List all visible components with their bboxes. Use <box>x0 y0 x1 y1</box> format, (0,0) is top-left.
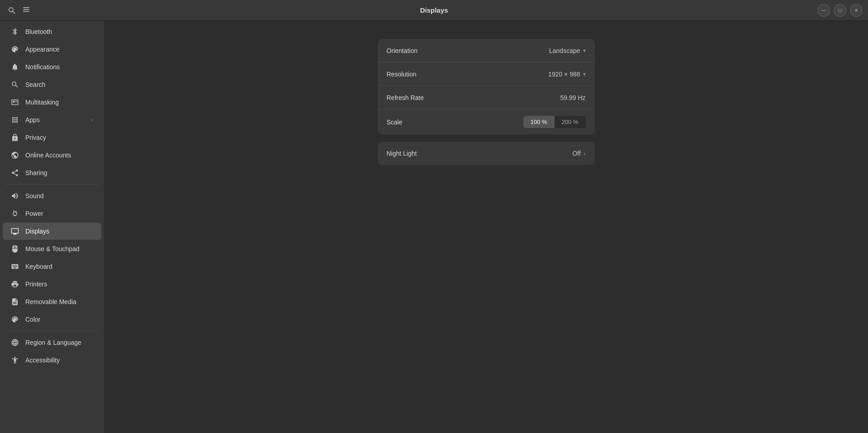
sidebar-item-displays[interactable]: Displays <box>3 223 101 240</box>
main-content: Bluetooth Appearance Notifications Searc… <box>0 21 868 433</box>
sidebar-label-printers: Printers <box>25 281 47 288</box>
sidebar-label-multitasking: Multitasking <box>25 99 59 106</box>
sidebar-item-notifications[interactable]: Notifications <box>3 58 101 76</box>
sidebar-label-notifications: Notifications <box>25 63 60 71</box>
sidebar-item-keyboard[interactable]: Keyboard <box>3 258 101 275</box>
region-icon <box>11 338 19 347</box>
sidebar-label-accessibility: Accessibility <box>25 357 60 364</box>
search-button[interactable] <box>5 4 18 17</box>
sidebar-divider-1 <box>5 184 99 185</box>
power-icon <box>11 209 19 218</box>
sidebar-item-color[interactable]: Color <box>3 311 101 328</box>
notifications-icon <box>11 63 19 71</box>
titlebar: Displays – □ × <box>0 0 868 21</box>
sidebar-label-appearance: Appearance <box>25 46 60 53</box>
accessibility-icon <box>11 356 19 364</box>
sidebar-label-power: Power <box>25 210 43 217</box>
scale-100-button[interactable]: 100 % <box>523 116 555 128</box>
refresh-rate-label: Refresh Rate <box>387 94 560 101</box>
orientation-row: Orientation Landscape ▾ <box>378 39 595 62</box>
sidebar-item-multitasking[interactable]: Multitasking <box>3 94 101 111</box>
orientation-value-container[interactable]: Landscape ▾ <box>549 47 586 54</box>
sidebar-item-online-accounts[interactable]: Online Accounts <box>3 147 101 164</box>
svg-rect-4 <box>23 11 29 12</box>
orientation-label: Orientation <box>387 47 549 54</box>
resolution-row: Resolution 1920 × 988 ▾ <box>378 62 595 86</box>
search-icon <box>11 81 19 89</box>
resolution-label: Resolution <box>387 71 549 78</box>
bluetooth-icon <box>11 28 19 36</box>
refresh-rate-value-container: 59.99 Hz <box>560 94 585 101</box>
close-button[interactable]: × <box>850 4 863 17</box>
scale-label: Scale <box>387 119 523 126</box>
sidebar-item-bluetooth[interactable]: Bluetooth <box>3 23 101 40</box>
night-light-row[interactable]: Night Light Off › <box>378 142 595 165</box>
resolution-value: 1920 × 988 <box>548 71 580 78</box>
night-light-chevron-icon: › <box>583 150 586 157</box>
orientation-value: Landscape <box>549 47 580 54</box>
sidebar-label-color: Color <box>25 316 40 323</box>
sidebar-label-sharing: Sharing <box>25 169 47 176</box>
displays-settings-panel: Orientation Landscape ▾ Resolution 1920 … <box>378 39 595 165</box>
sidebar-label-displays: Displays <box>25 228 49 235</box>
night-light-label: Night Light <box>387 150 573 157</box>
orientation-dropdown-arrow: ▾ <box>583 48 586 54</box>
scale-200-button[interactable]: 200 % <box>555 116 586 128</box>
sidebar-item-accessibility[interactable]: Accessibility <box>3 352 101 369</box>
mouse-icon <box>11 245 19 253</box>
sidebar-label-privacy: Privacy <box>25 134 46 141</box>
window-controls: – □ × <box>817 4 863 17</box>
displays-main-group: Orientation Landscape ▾ Resolution 1920 … <box>378 39 595 134</box>
svg-line-1 <box>13 11 15 14</box>
minimize-button[interactable]: – <box>817 4 830 17</box>
color-icon <box>11 315 19 324</box>
apps-icon <box>11 116 19 124</box>
sidebar-item-region-language[interactable]: Region & Language <box>3 334 101 351</box>
sidebar-label-region-language: Region & Language <box>25 339 81 346</box>
night-light-value: Off <box>572 150 580 157</box>
menu-button[interactable] <box>20 3 33 17</box>
scale-buttons-container: 100 % 200 % <box>523 116 586 128</box>
privacy-icon <box>11 133 19 142</box>
sidebar-label-removable-media: Removable Media <box>25 298 76 305</box>
online-accounts-icon <box>11 151 19 159</box>
scale-row: Scale 100 % 200 % <box>378 109 595 134</box>
scale-buttons-group: 100 % 200 % <box>523 116 586 128</box>
sidebar-item-printers[interactable]: Printers <box>3 276 101 293</box>
resolution-dropdown-arrow: ▾ <box>583 71 586 77</box>
sidebar-label-sound: Sound <box>25 192 43 200</box>
sidebar-item-privacy[interactable]: Privacy <box>3 129 101 146</box>
content-area: Orientation Landscape ▾ Resolution 1920 … <box>104 21 868 433</box>
sidebar-label-bluetooth: Bluetooth <box>25 28 52 35</box>
sidebar-item-search[interactable]: Search <box>3 76 101 93</box>
refresh-rate-row: Refresh Rate 59.99 Hz <box>378 86 595 109</box>
night-light-value-container: Off › <box>572 150 585 157</box>
sidebar-label-apps: Apps <box>25 116 40 124</box>
removable-media-icon <box>11 298 19 306</box>
sidebar-item-mouse-touchpad[interactable]: Mouse & Touchpad <box>3 240 101 257</box>
sidebar: Bluetooth Appearance Notifications Searc… <box>0 21 104 433</box>
sidebar-item-appearance[interactable]: Appearance <box>3 41 101 58</box>
sidebar-item-removable-media[interactable]: Removable Media <box>3 293 101 310</box>
svg-point-0 <box>9 8 13 12</box>
keyboard-icon <box>11 262 19 271</box>
sharing-icon <box>11 169 19 177</box>
sidebar-label-search: Search <box>25 81 45 88</box>
apps-chevron-icon: › <box>91 117 93 123</box>
printers-icon <box>11 280 19 288</box>
resolution-value-container[interactable]: 1920 × 988 ▾ <box>548 71 585 78</box>
sidebar-item-sound[interactable]: Sound <box>3 187 101 205</box>
sidebar-label-mouse-touchpad: Mouse & Touchpad <box>25 245 80 252</box>
sidebar-label-online-accounts: Online Accounts <box>25 152 71 159</box>
sidebar-divider-2 <box>5 331 99 331</box>
restore-button[interactable]: □ <box>834 4 846 17</box>
night-light-group[interactable]: Night Light Off › <box>378 142 595 165</box>
refresh-rate-value: 59.99 Hz <box>560 94 585 101</box>
svg-rect-3 <box>23 9 29 10</box>
sidebar-item-sharing[interactable]: Sharing <box>3 164 101 181</box>
sound-icon <box>11 192 19 200</box>
sidebar-item-power[interactable]: Power <box>3 205 101 222</box>
sidebar-label-keyboard: Keyboard <box>25 263 52 270</box>
sidebar-item-apps[interactable]: Apps › <box>3 111 101 128</box>
svg-rect-2 <box>23 7 29 8</box>
